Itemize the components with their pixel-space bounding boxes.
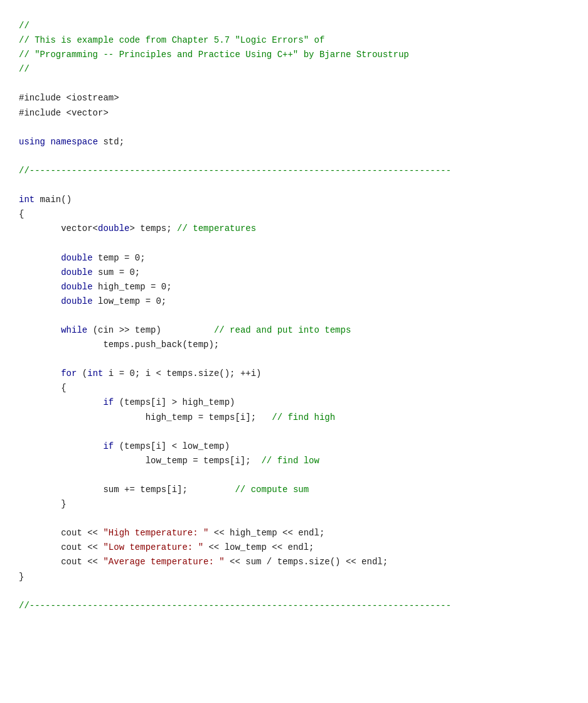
code-container: // // This is example code from Chapter …	[19, 13, 569, 620]
code-pre: // // This is example code from Chapter …	[19, 19, 569, 613]
